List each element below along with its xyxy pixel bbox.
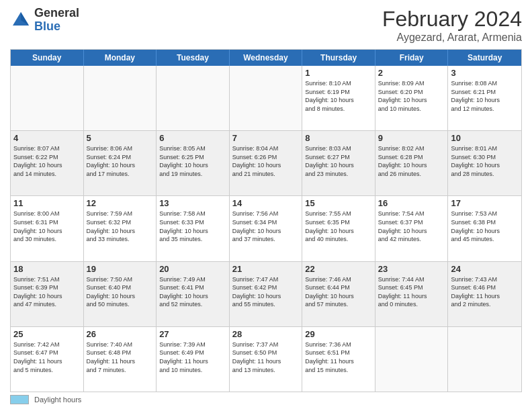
calendar-week: 4Sunrise: 8:07 AM Sunset: 6:22 PM Daylig… bbox=[11, 131, 521, 196]
calendar-cell: 6Sunrise: 8:05 AM Sunset: 6:25 PM Daylig… bbox=[157, 131, 230, 195]
day-number: 16 bbox=[378, 198, 445, 208]
day-number: 18 bbox=[13, 264, 81, 274]
footer: Daylight hours bbox=[10, 392, 522, 404]
calendar-cell: 22Sunrise: 7:46 AM Sunset: 6:44 PM Dayli… bbox=[302, 262, 375, 326]
logo-blue-text: Blue bbox=[34, 20, 79, 34]
header: General Blue February 2024 Aygezard, Ara… bbox=[10, 7, 522, 44]
day-info: Sunrise: 7:50 AM Sunset: 6:40 PM Dayligh… bbox=[87, 275, 154, 309]
day-number: 25 bbox=[13, 329, 81, 339]
day-number: 15 bbox=[305, 198, 372, 208]
weekday-header: Tuesday bbox=[157, 50, 230, 66]
day-info: Sunrise: 7:39 AM Sunset: 6:49 PM Dayligh… bbox=[159, 340, 226, 374]
calendar-cell: 21Sunrise: 7:47 AM Sunset: 6:42 PM Dayli… bbox=[230, 262, 303, 326]
calendar-cell bbox=[157, 66, 230, 130]
calendar: SundayMondayTuesdayWednesdayThursdayFrid… bbox=[10, 49, 522, 392]
calendar-cell: 23Sunrise: 7:44 AM Sunset: 6:45 PM Dayli… bbox=[375, 262, 449, 326]
calendar-week: 18Sunrise: 7:51 AM Sunset: 6:39 PM Dayli… bbox=[11, 262, 521, 327]
calendar-cell: 2Sunrise: 8:09 AM Sunset: 6:20 PM Daylig… bbox=[375, 66, 449, 130]
day-number: 1 bbox=[305, 68, 372, 78]
day-number: 6 bbox=[159, 133, 226, 143]
day-number: 12 bbox=[87, 198, 154, 208]
day-info: Sunrise: 8:00 AM Sunset: 6:31 PM Dayligh… bbox=[13, 210, 81, 243]
calendar-cell: 18Sunrise: 7:51 AM Sunset: 6:39 PM Dayli… bbox=[11, 262, 84, 326]
day-number: 20 bbox=[159, 264, 226, 274]
day-info: Sunrise: 7:44 AM Sunset: 6:45 PM Dayligh… bbox=[378, 275, 445, 309]
day-info: Sunrise: 7:43 AM Sunset: 6:46 PM Dayligh… bbox=[451, 275, 519, 309]
day-number: 23 bbox=[378, 264, 445, 274]
day-info: Sunrise: 7:59 AM Sunset: 6:32 PM Dayligh… bbox=[87, 210, 154, 243]
weekday-header: Wednesday bbox=[230, 50, 303, 66]
calendar-cell: 25Sunrise: 7:42 AM Sunset: 6:47 PM Dayli… bbox=[11, 327, 84, 392]
logo-general-text: General bbox=[34, 7, 79, 20]
day-info: Sunrise: 7:42 AM Sunset: 6:47 PM Dayligh… bbox=[13, 340, 81, 374]
calendar-cell: 24Sunrise: 7:43 AM Sunset: 6:46 PM Dayli… bbox=[448, 262, 521, 326]
calendar-cell: 17Sunrise: 7:53 AM Sunset: 6:38 PM Dayli… bbox=[448, 196, 521, 261]
logo: General Blue bbox=[10, 7, 79, 34]
day-number: 5 bbox=[87, 133, 154, 143]
main-title: February 2024 bbox=[382, 7, 522, 32]
day-info: Sunrise: 8:06 AM Sunset: 6:24 PM Dayligh… bbox=[87, 144, 154, 178]
calendar-cell: 15Sunrise: 7:55 AM Sunset: 6:35 PM Dayli… bbox=[302, 196, 375, 261]
day-number: 10 bbox=[451, 133, 519, 143]
calendar-cell: 19Sunrise: 7:50 AM Sunset: 6:40 PM Dayli… bbox=[84, 262, 157, 326]
day-info: Sunrise: 8:08 AM Sunset: 6:21 PM Dayligh… bbox=[451, 79, 519, 113]
day-number: 27 bbox=[159, 329, 226, 339]
weekday-header: Monday bbox=[84, 50, 157, 66]
calendar-cell: 11Sunrise: 8:00 AM Sunset: 6:31 PM Dayli… bbox=[11, 196, 84, 261]
day-info: Sunrise: 8:04 AM Sunset: 6:26 PM Dayligh… bbox=[232, 144, 300, 178]
day-number: 26 bbox=[87, 329, 154, 339]
day-number: 11 bbox=[13, 198, 81, 208]
day-number: 29 bbox=[305, 329, 372, 339]
calendar-cell: 12Sunrise: 7:59 AM Sunset: 6:32 PM Dayli… bbox=[84, 196, 157, 261]
day-info: Sunrise: 8:05 AM Sunset: 6:25 PM Dayligh… bbox=[159, 144, 226, 178]
day-info: Sunrise: 8:01 AM Sunset: 6:30 PM Dayligh… bbox=[451, 144, 519, 178]
calendar-week: 1Sunrise: 8:10 AM Sunset: 6:19 PM Daylig… bbox=[11, 66, 521, 131]
day-number: 13 bbox=[159, 198, 226, 208]
calendar-cell: 13Sunrise: 7:58 AM Sunset: 6:33 PM Dayli… bbox=[157, 196, 230, 261]
calendar-header: SundayMondayTuesdayWednesdayThursdayFrid… bbox=[11, 50, 521, 66]
calendar-cell: 5Sunrise: 8:06 AM Sunset: 6:24 PM Daylig… bbox=[84, 131, 157, 195]
calendar-cell bbox=[448, 327, 521, 392]
day-number: 4 bbox=[13, 133, 81, 143]
day-info: Sunrise: 7:49 AM Sunset: 6:41 PM Dayligh… bbox=[159, 275, 226, 309]
calendar-cell: 28Sunrise: 7:37 AM Sunset: 6:50 PM Dayli… bbox=[230, 327, 303, 392]
calendar-cell: 14Sunrise: 7:56 AM Sunset: 6:34 PM Dayli… bbox=[230, 196, 303, 261]
calendar-cell bbox=[230, 66, 303, 130]
day-info: Sunrise: 8:09 AM Sunset: 6:20 PM Dayligh… bbox=[378, 79, 445, 113]
weekday-header: Thursday bbox=[302, 50, 375, 66]
calendar-body: 1Sunrise: 8:10 AM Sunset: 6:19 PM Daylig… bbox=[11, 66, 521, 392]
day-number: 14 bbox=[232, 198, 300, 208]
day-number: 24 bbox=[451, 264, 519, 274]
day-info: Sunrise: 7:56 AM Sunset: 6:34 PM Dayligh… bbox=[232, 210, 300, 243]
calendar-cell: 9Sunrise: 8:02 AM Sunset: 6:28 PM Daylig… bbox=[375, 131, 449, 195]
calendar-cell: 7Sunrise: 8:04 AM Sunset: 6:26 PM Daylig… bbox=[230, 131, 303, 195]
calendar-cell: 1Sunrise: 8:10 AM Sunset: 6:19 PM Daylig… bbox=[302, 66, 375, 130]
day-info: Sunrise: 7:54 AM Sunset: 6:37 PM Dayligh… bbox=[378, 210, 445, 243]
day-info: Sunrise: 7:58 AM Sunset: 6:33 PM Dayligh… bbox=[159, 210, 226, 243]
day-info: Sunrise: 8:03 AM Sunset: 6:27 PM Dayligh… bbox=[305, 144, 372, 178]
subtitle: Aygezard, Ararat, Armenia bbox=[382, 32, 522, 44]
day-info: Sunrise: 7:40 AM Sunset: 6:48 PM Dayligh… bbox=[87, 340, 154, 374]
day-info: Sunrise: 7:47 AM Sunset: 6:42 PM Dayligh… bbox=[232, 275, 300, 309]
day-info: Sunrise: 7:37 AM Sunset: 6:50 PM Dayligh… bbox=[232, 340, 300, 374]
day-info: Sunrise: 7:46 AM Sunset: 6:44 PM Dayligh… bbox=[305, 275, 372, 309]
day-number: 3 bbox=[451, 68, 519, 78]
day-number: 19 bbox=[87, 264, 154, 274]
calendar-cell: 10Sunrise: 8:01 AM Sunset: 6:30 PM Dayli… bbox=[448, 131, 521, 195]
calendar-cell: 16Sunrise: 7:54 AM Sunset: 6:37 PM Dayli… bbox=[375, 196, 449, 261]
logo-icon bbox=[10, 9, 32, 31]
day-number: 2 bbox=[378, 68, 445, 78]
day-number: 17 bbox=[451, 198, 519, 208]
day-number: 28 bbox=[232, 329, 300, 339]
calendar-cell: 8Sunrise: 8:03 AM Sunset: 6:27 PM Daylig… bbox=[302, 131, 375, 195]
title-section: February 2024 Aygezard, Ararat, Armenia bbox=[382, 7, 522, 44]
logo-text: General Blue bbox=[34, 7, 79, 34]
day-number: 9 bbox=[378, 133, 445, 143]
day-number: 7 bbox=[232, 133, 300, 143]
day-number: 8 bbox=[305, 133, 372, 143]
day-info: Sunrise: 7:53 AM Sunset: 6:38 PM Dayligh… bbox=[451, 210, 519, 243]
day-number: 22 bbox=[305, 264, 372, 274]
calendar-week: 25Sunrise: 7:42 AM Sunset: 6:47 PM Dayli… bbox=[11, 327, 521, 392]
weekday-header: Saturday bbox=[448, 50, 521, 66]
weekday-header: Friday bbox=[375, 50, 449, 66]
